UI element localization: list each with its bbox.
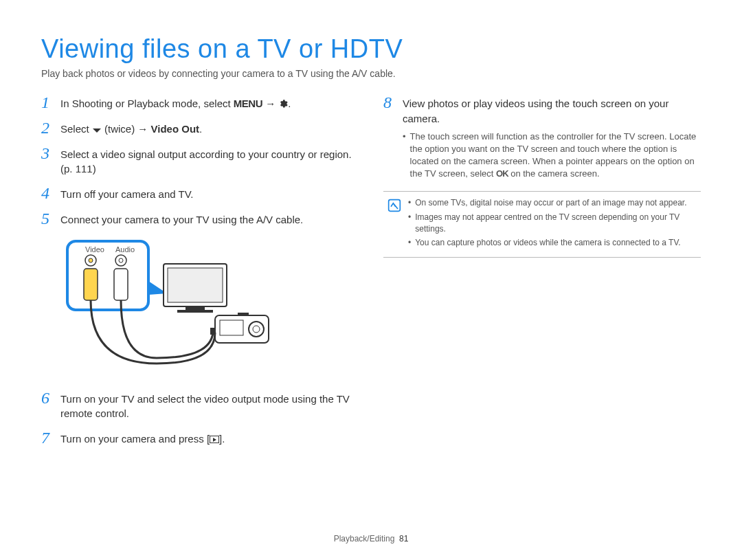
steps-list-left: 1 In Shooting or Playback mode, select M… <box>41 94 359 227</box>
bullet-text-post: on the camera screen. <box>508 168 600 179</box>
left-column: 1 In Shooting or Playback mode, select M… <box>41 94 359 455</box>
step-text-after: . <box>199 123 202 135</box>
steps-list-right: 8 View photos or play videos using the t… <box>383 94 701 181</box>
video-out-label: Video Out <box>151 123 200 135</box>
step-text: Select <box>60 123 92 135</box>
footer-section: Playback/Editing <box>334 534 395 544</box>
step-number: 8 <box>383 94 396 111</box>
list-item: On some TVs, digital noise may occur or … <box>408 197 697 209</box>
svg-rect-1 <box>84 269 98 300</box>
step-text-after: . <box>288 98 291 109</box>
step-8-bullets: The touch screen will function as the co… <box>403 131 701 181</box>
step-6: 6 Turn on your TV and select the video o… <box>41 390 359 422</box>
note-box: On some TVs, digital noise may occur or … <box>383 191 701 258</box>
svg-rect-9 <box>186 306 205 310</box>
page-number: 81 <box>399 534 408 544</box>
arrow: → <box>262 98 278 109</box>
step-number: 6 <box>41 390 54 406</box>
step-text: View photos or play videos using the tou… <box>403 98 668 124</box>
video-label: Video <box>85 245 104 254</box>
svg-rect-0 <box>67 241 148 310</box>
step-number: 1 <box>41 94 54 111</box>
svg-rect-4 <box>114 269 128 300</box>
audio-label: Audio <box>115 245 135 254</box>
connection-diagram: Video Audio <box>60 240 280 377</box>
step-text-after: ]. <box>219 433 225 445</box>
ok-icon: OK <box>496 168 508 179</box>
step-text-mid: (twice) → <box>102 123 151 135</box>
intro-text: Play back photos or videos by connecting… <box>41 68 701 79</box>
page-title: Viewing files on a TV or HDTV <box>41 34 701 64</box>
note-icon <box>387 199 401 212</box>
right-column: 8 View photos or play videos using the t… <box>383 94 701 455</box>
step-1: 1 In Shooting or Playback mode, select M… <box>41 94 359 111</box>
menu-icon: MENU <box>234 98 262 109</box>
step-text: Turn on your TV and select the video out… <box>60 390 359 422</box>
step-text: Turn on your camera and press [ <box>60 433 210 445</box>
steps-list-left-2: 6 Turn on your TV and select the video o… <box>41 390 359 447</box>
step-number: 4 <box>41 185 54 201</box>
step-text: Turn off your camera and TV. <box>60 185 359 202</box>
list-item: The touch screen will function as the co… <box>403 131 701 181</box>
step-7: 7 Turn on your camera and press []. <box>41 429 359 447</box>
step-2: 2 Select (twice) → Video Out. <box>41 120 359 137</box>
step-3: 3 Select a video signal output according… <box>41 145 359 177</box>
svg-point-3 <box>89 258 93 262</box>
svg-rect-10 <box>177 310 213 313</box>
svg-rect-8 <box>168 268 223 302</box>
step-number: 5 <box>41 210 54 227</box>
svg-point-13 <box>253 326 260 333</box>
page-footer: Playback/Editing 81 <box>0 534 742 544</box>
content-columns: 1 In Shooting or Playback mode, select M… <box>41 94 701 455</box>
step-number: 3 <box>41 145 54 161</box>
step-5: 5 Connect your camera to your TV using t… <box>41 210 359 227</box>
playback-icon <box>210 436 219 443</box>
step-text: In Shooting or Playback mode, select <box>60 98 234 109</box>
svg-rect-15 <box>238 313 249 315</box>
svg-rect-16 <box>210 328 216 335</box>
svg-rect-14 <box>220 320 243 335</box>
list-item: Images may not appear centred on the TV … <box>408 212 697 236</box>
gear-icon <box>278 99 288 109</box>
step-number: 7 <box>41 429 54 446</box>
step-text: Connect your camera to your TV using the… <box>60 210 359 227</box>
step-text: Select a video signal output according t… <box>60 145 359 177</box>
step-4: 4 Turn off your camera and TV. <box>41 185 359 202</box>
svg-point-6 <box>119 258 123 262</box>
list-item: You can capture photos or videos while t… <box>408 237 697 249</box>
step-8: 8 View photos or play videos using the t… <box>383 94 701 181</box>
step-number: 2 <box>41 120 54 136</box>
chevron-down-icon <box>92 127 102 134</box>
note-list: On some TVs, digital noise may occur or … <box>408 197 697 251</box>
